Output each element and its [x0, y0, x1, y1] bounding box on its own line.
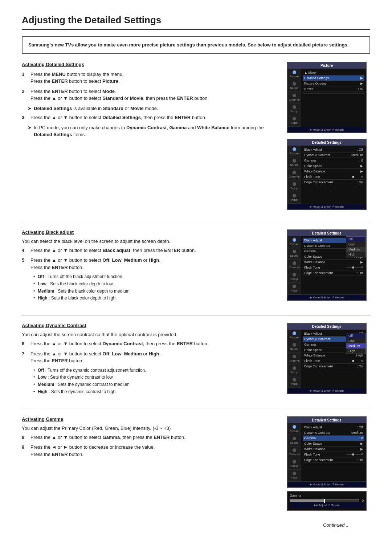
- menu-flesh-tone: Flesh Tone——◼—— 0: [303, 174, 364, 180]
- tv-footer-2: ◈ Move ⊡ Enter ↺ Return: [287, 204, 366, 209]
- dynamic-bullet-off: Off : Turns off the dynamic contrast adj…: [33, 367, 278, 374]
- black-bullets: Off : Turns off the black adjustment fun…: [33, 274, 278, 301]
- sidebar-channel-2: Channel: [287, 169, 301, 180]
- step-8: 8 Press the ▲ or ▼ button to select Gamm…: [22, 434, 278, 441]
- sidebar-input-4: Input: [287, 376, 301, 388]
- sidebar-picture-5: Picture: [287, 423, 301, 435]
- bullet-high: High : Sets the black color depth to hig…: [33, 295, 278, 301]
- tv-sidebar-2: Picture Sound Channel Setup: [287, 146, 301, 204]
- step-9: 9 Press the ◄ or ► button to decrease or…: [22, 444, 278, 458]
- step-3: 3 Press the ▲ or ▼ button to select Deta…: [22, 114, 278, 121]
- gamma-bar-marker: [324, 499, 325, 503]
- menu-color-5: Color Space▶: [303, 441, 364, 447]
- tv-screen-4: Detailed Settings Picture Sound Channel: [287, 323, 367, 394]
- sidebar-input-2: Input: [287, 192, 301, 204]
- tv-main-4: Black Adjust: Off Dynamic Contrast: Off …: [301, 330, 366, 388]
- section-black-content: Activating Black adjust You can select t…: [22, 229, 278, 304]
- note-pc-mode: ➤ In PC mode, you can only make changes …: [28, 124, 278, 138]
- sidebar-sound-2: Sound: [287, 157, 301, 169]
- menu-flesh-4: Flesh Tone——◼—— 0: [303, 358, 364, 364]
- menu-detailed: Detailed Settings▶: [303, 76, 364, 81]
- step-1: 1 Press the MENU button to display the m…: [22, 71, 278, 85]
- sidebar-picture: Picture: [287, 69, 301, 80]
- gamma-footer: ◈◈ Adjust ↺ Return: [290, 502, 364, 508]
- tv-footer-1: ◈ Move ⊡ Enter ↺ Return: [287, 127, 366, 133]
- heading-gamma: Activating Gamma: [22, 416, 278, 422]
- screens-section1: Picture Picture Sound Channel: [287, 62, 370, 210]
- menu-flesh-3: Flesh Tone——◼—— 0: [303, 265, 364, 270]
- section-black-adjust: Activating Black adjust You can select t…: [22, 229, 370, 304]
- tv-sidebar-3: Picture Sound Channel Setup: [287, 236, 301, 294]
- tv-screen-picture: Picture Picture Sound Channel: [287, 62, 367, 133]
- gamma-bar-label: Gamma: [290, 494, 364, 497]
- dynamic-bullet-high: High : Sets the dynamic contrast to high…: [33, 389, 278, 395]
- screen-dynamic: Detailed Settings Picture Sound Channel: [287, 323, 370, 397]
- divider-1: [22, 222, 370, 222]
- section-gamma-content: Activating Gamma You can adjust the Prim…: [22, 416, 278, 511]
- tv-title-3: Detailed Settings: [287, 230, 366, 236]
- menu-black-5: Black Adjust: Off: [303, 425, 364, 430]
- section-dynamic-contrast: Activating Dynamic Contrast You can adju…: [22, 323, 370, 397]
- tv-title-detailed: Detailed Settings: [287, 139, 366, 146]
- step-2: 2 Press the ENTER button to select Mode.…: [22, 88, 278, 102]
- section-gamma: Activating Gamma You can adjust the Prim…: [22, 416, 370, 511]
- menu-reset: Reset: OK: [303, 86, 364, 92]
- sidebar-setup-3: Setup: [287, 271, 301, 283]
- sidebar-sound-3: Sound: [287, 248, 301, 260]
- sidebar-input: Input: [287, 115, 301, 127]
- tv-screen-5: Detailed Settings Picture Sound Channel: [287, 416, 367, 488]
- sidebar-sound: Sound: [287, 80, 301, 92]
- menu-black-adjust: Black Adjust: Off: [303, 147, 364, 152]
- black-description: You can select the black level on the sc…: [22, 239, 278, 244]
- dropdown-dyn-high: High: [346, 349, 366, 354]
- tv-footer-5: ◈ Move ⊡ Enter ↺ Return: [287, 481, 366, 487]
- tv-sidebar-1: Picture Sound Channel Setup: [287, 69, 301, 127]
- dropdown-dyn-medium: Medium: [346, 343, 366, 349]
- gamma-bar-fill: [290, 500, 324, 502]
- tv-footer-3: ◈ Move ⊡ Enter ↺ Return: [287, 294, 366, 300]
- sidebar-sound-5: Sound: [287, 435, 301, 447]
- gamma-bar-row: 0: [290, 499, 364, 502]
- dropdown-item-low: Low: [346, 242, 366, 247]
- bullet-low: Low : Sets the black color depth to low.: [33, 281, 278, 287]
- dropdown-dyn-low: Low: [346, 338, 366, 343]
- sidebar-channel-4: Channel: [287, 353, 301, 364]
- sidebar-channel-5: Channel: [287, 447, 301, 458]
- menu-edge-4: Edge Enhancement: On: [303, 364, 364, 369]
- menu-edge-5: Edge Enhancement: On: [303, 457, 364, 463]
- tv-screen-detailed: Detailed Settings Picture Sound Channel: [287, 139, 367, 210]
- screen-black-adjust: Detailed Settings Picture Sound Channel: [287, 229, 370, 304]
- tv-title-4: Detailed Settings: [287, 323, 366, 330]
- menu-dynamic-5: Dynamic Contrast: Medium: [303, 430, 364, 436]
- heading-dynamic-contrast: Activating Dynamic Contrast: [22, 323, 278, 328]
- tv-main-5: Black Adjust: Off Dynamic Contrast: Medi…: [301, 423, 366, 481]
- dropdown-black: Off Low Medium High: [346, 236, 366, 257]
- menu-wb-5: White Balance▶: [303, 447, 364, 452]
- menu-edge: Edge Enhancement: On: [303, 180, 364, 185]
- menu-blank: [303, 92, 364, 94]
- tv-screen-3: Detailed Settings Picture Sound Channel: [287, 229, 367, 301]
- tv-main-2: Black Adjust: Off Dynamic Contrast: Medi…: [301, 146, 366, 204]
- menu-color-space: Color Space▶: [303, 163, 364, 169]
- dropdown-dynamic: Off Low Medium High: [346, 333, 366, 354]
- section-activating-detailed-content: Activating Detailed Settings 1 Press the…: [22, 62, 278, 210]
- dynamic-bullet-low: Low : Sets the dynamic contrast to low.: [33, 374, 278, 380]
- step-6: 6 Press the ▲ or ▼ button to select Dyna…: [22, 340, 278, 347]
- dynamic-bullets: Off : Turns off the dynamic contrast adj…: [33, 367, 278, 395]
- tv-main-3: Black Adjust Dynamic Contrast: Low Gamma…: [301, 236, 366, 294]
- sidebar-input-3: Input: [287, 283, 301, 294]
- dynamic-description: You can adjust the screen contrast so th…: [22, 332, 278, 337]
- sidebar-setup-5: Setup: [287, 458, 301, 470]
- continued-text: Continued...: [22, 522, 370, 528]
- menu-picture-options: Picture Options▶: [303, 81, 364, 86]
- intro-text: Samsung's new TVs allow you to make even…: [28, 42, 348, 48]
- tv-footer-4: ◈ Move ⊡ Enter ↺ Return: [287, 388, 366, 394]
- dropdown-dyn-off: Off: [346, 333, 366, 338]
- step-4: 4 Press the ▲ or ▼ button to select Blac…: [22, 247, 278, 254]
- heading-activating-detailed: Activating Detailed Settings: [22, 62, 278, 67]
- sidebar-channel: Channel: [287, 92, 301, 103]
- note-detailed-settings: ➤ Detailed Settings is available in Stan…: [28, 105, 278, 112]
- sidebar-channel-3: Channel: [287, 260, 301, 271]
- gamma-bar-track: [290, 499, 359, 502]
- tv-main-1: ▲ More Detailed Settings▶ Picture Option…: [301, 69, 366, 127]
